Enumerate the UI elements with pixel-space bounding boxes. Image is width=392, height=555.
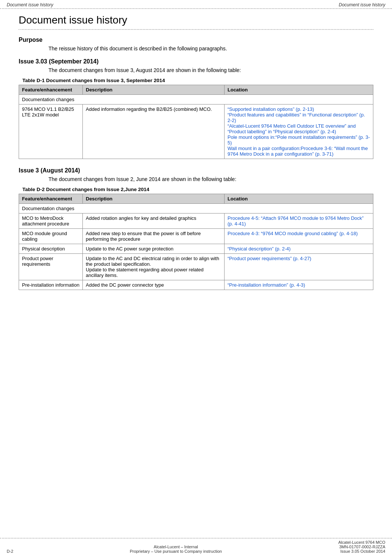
table-d2-caption: Table D-2 Document changes from Issue 2,… <box>22 187 373 192</box>
table-d1-header-location: Location <box>225 85 373 95</box>
issue-303-intro: The document changes from Issue 3, Augus… <box>48 67 373 73</box>
footer-right-line1: Alcatel-Lucent 9764 MCO <box>338 540 385 545</box>
table-d1: Feature/enhancement Description Location… <box>19 85 373 159</box>
table-row: Pre-installation informationAdded the DC… <box>19 280 373 290</box>
location-link[interactable]: “Product power requirements” (p. 4-27) <box>228 256 311 261</box>
footer-left: D-2 <box>7 549 13 554</box>
footer-right-line3: Issue 3.05 October 2014 <box>338 549 385 554</box>
purpose-heading: Purpose <box>19 37 373 43</box>
table-d2-header-location: Location <box>225 194 373 204</box>
footer-right: Alcatel-Lucent 9764 MCO 3MN-01707-0002-R… <box>338 540 385 554</box>
footer-center-line1: Alcatel-Lucent – Internal <box>130 545 222 549</box>
purpose-text: The reissue history of this document is … <box>48 46 373 52</box>
location-link[interactable]: “Physical description” (p. 2-4) <box>228 246 291 252</box>
main-content: Document issue history Purpose The reiss… <box>0 9 392 328</box>
location-link[interactable]: “Supported installation options” (p. 2-1… <box>228 106 314 112</box>
location-link[interactable]: Pole mount options in:“Pole mount instal… <box>228 134 370 146</box>
location-link[interactable]: “Product features and capabilities” in “… <box>228 112 365 123</box>
header-left: Document issue history <box>7 2 53 7</box>
issue-303-heading: Issue 3.03 (September 2014) <box>19 58 373 65</box>
location-link[interactable]: Procedure 4-3: “9764 MCO module ground c… <box>228 231 358 236</box>
issue-3-intro: The document changes from Issue 2, June … <box>48 176 373 182</box>
footer-right-line2: 3MN-01707-0002-RJZZA <box>338 545 385 549</box>
table-row: Documentation changes <box>19 95 373 105</box>
footer-center-line2: Proprietary – Use pursuant to Company in… <box>130 549 222 554</box>
page-main-title: Document issue history <box>19 13 373 30</box>
table-row: 9764 MCO V1.1 B2/B25 LTE 2x1W modelAdded… <box>19 105 373 159</box>
location-link[interactable]: “Pre-installation information” (p. 4-3) <box>228 282 305 288</box>
table-d2-header-feature: Feature/enhancement <box>19 194 83 204</box>
table-row: Product power requirementsUpdate to the … <box>19 254 373 280</box>
footer-center: Alcatel-Lucent – Internal Proprietary – … <box>130 545 222 554</box>
location-link[interactable]: Wall mount in a pair configuration:Proce… <box>228 146 368 157</box>
page-footer: D-2 Alcatel-Lucent – Internal Proprietar… <box>0 538 392 555</box>
table-row: Physical descriptionUpdate to the AC pow… <box>19 244 373 254</box>
table-row: MCO module ground cablingAdded new step … <box>19 229 373 244</box>
table-d1-header-description: Description <box>83 85 225 95</box>
table-d1-header-feature: Feature/enhancement <box>19 85 83 95</box>
table-d2: Feature/enhancement Description Location… <box>19 194 373 290</box>
table-row: Documentation changes <box>19 204 373 213</box>
table-row: MCO to MetroDock attachment procedureAdd… <box>19 213 373 229</box>
header-right: Document issue history <box>339 2 385 7</box>
location-link[interactable]: “Alcatel-Lucent 9764 Metro Cell Outdoor … <box>228 123 356 134</box>
page-header: Document issue history Document issue hi… <box>0 0 392 9</box>
location-link[interactable]: Procedure 4-5: “Attach 9764 MCO module t… <box>228 215 364 227</box>
issue-3-heading: Issue 3 (August 2014) <box>19 167 373 174</box>
table-d2-header-description: Description <box>83 194 225 204</box>
table-d1-caption: Table D-1 Document changes from Issue 3,… <box>22 78 373 83</box>
